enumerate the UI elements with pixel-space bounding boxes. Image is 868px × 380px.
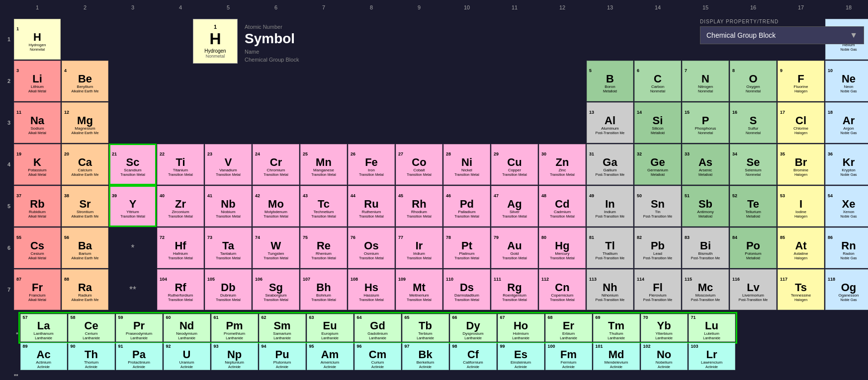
element-v[interactable]: 23 V Vanadium Transition Metal	[205, 144, 252, 185]
element-ir[interactable]: 77 Ir Iridium Transition Metal	[396, 228, 442, 268]
element-cr[interactable]: 24 Cr Chromium Transition Metal	[253, 144, 299, 185]
element-lr[interactable]: 103 Lr Lawrencium Actinide	[689, 343, 735, 371]
element-np[interactable]: 93 Np Neptunium Actinide	[211, 343, 258, 371]
element-cn[interactable]: 112 Cn Copernicium Transition Metal	[539, 269, 586, 310]
element-re[interactable]: 75 Re Rhenium Transition Metal	[300, 228, 347, 268]
element-rf[interactable]: 104 Rf Rutherfordium Transition Metal	[157, 269, 204, 310]
element-pd[interactable]: 46 Pd Palladium Transition Metal	[443, 186, 490, 227]
element-eu[interactable]: 63 Eu Europium Lanthanide	[307, 314, 353, 342]
element-hs[interactable]: 108 Hs Hassium Transition Metal	[348, 269, 395, 310]
element-cd[interactable]: 48 Cd Cadmium Transition Metal	[539, 186, 586, 227]
element-yb[interactable]: 70 Yb Ytterbium Lanthanide	[641, 314, 688, 342]
element-as[interactable]: 33 As Arsenic Metalloid	[682, 144, 729, 185]
element-ds[interactable]: 110 Ds Darmstadtium Transition Metal	[443, 269, 490, 310]
element-al[interactable]: 13 Al Aluminum Post-Transition Me	[587, 102, 633, 143]
element-tc[interactable]: 43 Tc Technetium Transition Metal	[300, 186, 347, 227]
element-tm[interactable]: 69 Tm Thulium Lanthanide	[593, 314, 640, 342]
element-ni[interactable]: 28 Ni Nickel Transition Metal	[443, 144, 490, 185]
element-mn[interactable]: 25 Mn Manganese Transition Metal	[300, 144, 347, 185]
element-zn[interactable]: 30 Zn Zinc Transition Metal	[539, 144, 586, 185]
element-ar[interactable]: 18 Ar Argon Noble Gas	[825, 102, 868, 143]
element-no[interactable]: 102 No Nobelium Actinide	[641, 343, 688, 371]
element-li[interactable]: 3 Li Lithium Alkali Metal	[14, 61, 61, 101]
element-fm[interactable]: 100 Fm Fermium Actinide	[545, 343, 592, 371]
element-sn[interactable]: 50 Sn Tin Post-Transition Me	[634, 186, 681, 227]
element-ra[interactable]: 88 Ra Radium Alkaline Earth Me	[62, 269, 108, 310]
element-ga[interactable]: 31 Ga Gallium Post-Transition Me	[587, 144, 633, 185]
element-ho[interactable]: 67 Ho Holmium Lanthanide	[498, 314, 544, 342]
element-tl[interactable]: 81 Tl Thallium Post-Transition Me	[587, 228, 633, 268]
element-i[interactable]: 53 I Iodine Halogen	[778, 186, 824, 227]
element-kr[interactable]: 36 Kr Krypton Noble Gas	[825, 144, 868, 185]
element-os[interactable]: 76 Os Osmium Transition Metal	[348, 228, 395, 268]
element-sr[interactable]: 38 Sr Strontium Alkaline Earth Me	[62, 186, 108, 227]
element-cu[interactable]: 29 Cu Copper Transition Metal	[491, 144, 538, 185]
element-fl[interactable]: 114 Fl Flerovium Post-Transition Me	[634, 269, 681, 310]
element-sc[interactable]: 21 Sc Scandium Transition Metal	[109, 144, 156, 185]
element-rn[interactable]: 86 Rn Radon Noble Gas	[825, 228, 868, 268]
element-bk[interactable]: 97 Bk Berkelium Actinide	[402, 343, 449, 371]
element-lv[interactable]: 116 Lv Livermorium Post-Transition Me	[730, 269, 777, 310]
element-o[interactable]: 8 O Oxygen Nonmetal	[730, 61, 777, 101]
element-si[interactable]: 14 Si Silicon Metalloid	[634, 102, 681, 143]
element-ag[interactable]: 47 Ag Silver Transition Metal	[491, 186, 538, 227]
element-ru[interactable]: 44 Ru Ruthenium Transition Metal	[348, 186, 395, 227]
element-fe[interactable]: 26 Fe Iron Transition Metal	[348, 144, 395, 185]
element-u[interactable]: 92 U Uranium Actinide	[164, 343, 210, 371]
element-mo[interactable]: 42 Mo Molybdenum Transition Metal	[253, 186, 299, 227]
element-bi[interactable]: 83 Bi Bismuth Post-Transition Me	[682, 228, 729, 268]
element-p[interactable]: 15 P Phosphorus Nonmetal	[682, 102, 729, 143]
element-cl[interactable]: 17 Cl Chlorine Halogen	[778, 102, 824, 143]
element-rh[interactable]: 45 Rh Rhodium Transition Metal	[396, 186, 442, 227]
element-cf[interactable]: 98 Cf Californium Actinide	[450, 343, 497, 371]
element-ts[interactable]: 117 Ts Tennessine Halogen	[778, 269, 824, 310]
element-hf[interactable]: 72 Hf Hafnium Transition Metal	[157, 228, 204, 268]
element-at[interactable]: 85 At Astatine Halogen	[778, 228, 824, 268]
element-rg[interactable]: 111 Rg Roentgenium Transition Metal	[491, 269, 538, 310]
element-se[interactable]: 34 Se Selenium Nonmetal	[730, 144, 777, 185]
element-ce[interactable]: 58 Ce Cerium Lanthanide	[68, 314, 115, 342]
element-na[interactable]: 11 Na Sodium Alkali Metal	[14, 102, 61, 143]
element-ca[interactable]: 20 Ca Calcium Alkaline Earth Me	[62, 144, 108, 185]
element-ne[interactable]: 10 Ne Neon Noble Gas	[825, 61, 868, 101]
element-be[interactable]: 4 Be Beryllium Alkaline Earth Me	[62, 61, 108, 101]
element-pa[interactable]: 91 Pa Protactinium Actinide	[116, 343, 163, 371]
element-mg[interactable]: 12 Mg Magnesium Alkaline Earth Me	[62, 102, 108, 143]
element-pm[interactable]: 61 Pm Promethium Lanthanide	[211, 314, 258, 342]
element-pu[interactable]: 94 Pu Plutonium Actinide	[259, 343, 306, 371]
element-cm[interactable]: 96 Cm Curium Actinide	[354, 343, 401, 371]
element-sb[interactable]: 51 Sb Antimony Metalloid	[682, 186, 729, 227]
element-er[interactable]: 68 Er Erbium Lanthanide	[545, 314, 592, 342]
element-ge[interactable]: 32 Ge Germanium Metalloid	[634, 144, 681, 185]
element-mc[interactable]: 115 Mc Moscovium Post-Transition Me	[682, 269, 729, 310]
element-bh[interactable]: 107 Bh Bohrium Transition Metal	[300, 269, 347, 310]
element-y[interactable]: 39 Y Yttrium Transition Metal	[109, 186, 156, 227]
element-c[interactable]: 6 C Carbon Nonmetal	[634, 61, 681, 101]
element-n[interactable]: 7 N Nitrogen Nonmetal	[682, 61, 729, 101]
element-hg[interactable]: 80 Hg Mercury Transition Metal	[539, 228, 586, 268]
element-ta[interactable]: 73 Ta Tantalum Transition Metal	[205, 228, 252, 268]
element-db[interactable]: 105 Db Dubnium Transition Metal	[205, 269, 252, 310]
element-co[interactable]: 27 Co Cobalt Transition Metal	[396, 144, 442, 185]
element-la[interactable]: 57 La Lanthanum Lanthanide	[20, 314, 67, 342]
element-nh[interactable]: 113 Nh Nihonium Post-Transition Me	[587, 269, 633, 310]
element-s[interactable]: 16 S Sulfur Nonmetal	[730, 102, 777, 143]
element-ba[interactable]: 56 Ba Barium Alkaline Earth Me	[62, 228, 108, 268]
element-h[interactable]: 1 H Hydrogen Nonmetal	[14, 19, 61, 60]
element-lu[interactable]: 71 Lu Lutetium Lanthanide	[689, 314, 735, 342]
element-fr[interactable]: 87 Fr Francium Alkali Metal	[14, 269, 61, 310]
element-tb[interactable]: 65 Tb Terbium Lanthanide	[402, 314, 449, 342]
element-og[interactable]: 118 Og Oganesson Noble Gas	[825, 269, 868, 310]
element-am[interactable]: 95 Am Americium Actinide	[307, 343, 353, 371]
element-nb[interactable]: 41 Nb Niobium Transition Metal	[205, 186, 252, 227]
element-zr[interactable]: 40 Zr Zirconium Transition Metal	[157, 186, 204, 227]
element-pt[interactable]: 78 Pt Platinum Transition Metal	[443, 228, 490, 268]
element-w[interactable]: 74 W Tungsten Transition Metal	[253, 228, 299, 268]
element-sg[interactable]: 106 Sg Seaborgium Transition Metal	[253, 269, 299, 310]
element-k[interactable]: 19 K Potassium Alkali Metal	[14, 144, 61, 185]
element-ti[interactable]: 22 Ti Titanium Transition Metal	[157, 144, 204, 185]
element-cs[interactable]: 55 Cs Cesium Alkali Metal	[14, 228, 61, 268]
element-pr[interactable]: 59 Pr Praseodymium Lanthanide	[116, 314, 163, 342]
element-te[interactable]: 52 Te Tellurium Metalloid	[730, 186, 777, 227]
element-ac[interactable]: 89 Ac Actinium Actinide	[20, 343, 67, 371]
